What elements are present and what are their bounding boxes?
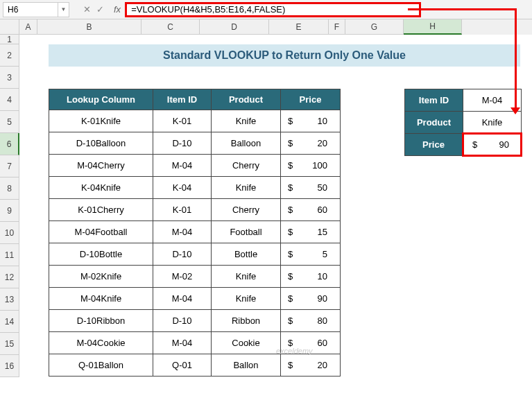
column-header-F[interactable]: F	[329, 19, 345, 35]
row-header-5[interactable]: 5	[0, 111, 19, 133]
cell-item[interactable]: Q-01	[153, 354, 212, 377]
cell-item[interactable]: K-04	[153, 177, 212, 199]
column-header-C[interactable]: C	[141, 19, 200, 35]
cell-item[interactable]: M-04	[153, 221, 212, 243]
column-headers: ABCDEFGH	[0, 19, 532, 35]
cell-product[interactable]: Knife	[212, 266, 281, 288]
cell-product[interactable]: Cherry	[212, 155, 281, 177]
cell-price[interactable]: $60	[281, 199, 341, 221]
fx-icon[interactable]: fx	[114, 4, 121, 15]
cell-product[interactable]: Football	[212, 221, 281, 243]
cell-lookup[interactable]: K-04Knife	[49, 177, 153, 199]
select-all-corner[interactable]	[0, 19, 19, 35]
cell-product[interactable]: Balloon	[212, 132, 281, 155]
lookup-price-label[interactable]: Price	[405, 134, 463, 156]
row-header-1[interactable]: 1	[0, 35, 19, 44]
row-header-11[interactable]: 11	[0, 244, 19, 266]
column-header-A[interactable]: A	[19, 19, 37, 35]
row-header-12[interactable]: 12	[0, 266, 19, 288]
cell-price[interactable]: $50	[281, 177, 341, 199]
cell-price[interactable]: $100	[281, 155, 341, 177]
lookup-product-value[interactable]: Knife	[463, 112, 522, 134]
cell-item[interactable]: M-04	[153, 332, 212, 354]
cell-price[interactable]: $10	[281, 110, 341, 132]
table-header-row: Lookup Column Item ID Product Price	[49, 89, 341, 110]
column-header-D[interactable]: D	[200, 19, 269, 35]
cell-price[interactable]: $15	[281, 221, 341, 243]
cell-price[interactable]: $10	[281, 266, 341, 288]
table-row: Q-01Ballon Q-01 Ballon $20	[49, 354, 341, 377]
cell-product[interactable]: Knife	[212, 288, 281, 310]
spreadsheet-grid: ABCDEFGH 12345678910111213141516 Standar…	[0, 19, 532, 377]
name-box[interactable]: H6	[3, 2, 58, 17]
row-header-13[interactable]: 13	[0, 288, 19, 311]
row-header-15[interactable]: 15	[0, 333, 19, 355]
row-header-8[interactable]: 8	[0, 178, 19, 200]
row-header-16[interactable]: 16	[0, 355, 19, 377]
row-header-14[interactable]: 14	[0, 311, 19, 333]
table-row: M-04Football M-04 Football $15	[49, 221, 341, 243]
cell-lookup[interactable]: M-04Cherry	[49, 155, 153, 177]
row-header-4[interactable]: 4	[0, 89, 19, 111]
cell-product[interactable]: Knife	[212, 177, 281, 199]
cell-lookup[interactable]: K-01Cherry	[49, 199, 153, 221]
lookup-result-box: Item ID M-04 Product Knife Price $ 90	[404, 89, 522, 157]
cell-item[interactable]: D-10	[153, 132, 212, 155]
accept-icon[interactable]: ✓	[96, 4, 104, 15]
cell-product[interactable]: Cookie	[212, 332, 281, 354]
cell-product[interactable]: Ballon	[212, 354, 281, 377]
cell-price[interactable]: $20	[281, 354, 341, 377]
cell-lookup[interactable]: M-02Knife	[49, 266, 153, 288]
table-row: K-04Knife K-04 Knife $50	[49, 177, 341, 199]
cell-price[interactable]: $20	[281, 132, 341, 155]
cancel-icon[interactable]: ✕	[83, 4, 91, 15]
column-header-B[interactable]: B	[37, 19, 141, 35]
row-header-2[interactable]: 2	[0, 44, 19, 67]
cell-item[interactable]: K-01	[153, 199, 212, 221]
cell-product[interactable]: Knife	[212, 110, 281, 132]
lookup-price-result[interactable]: $ 90	[463, 134, 522, 156]
cell-price[interactable]: $90	[281, 288, 341, 310]
lookup-product-label[interactable]: Product	[405, 112, 463, 134]
cell-lookup[interactable]: K-01Knife	[49, 110, 153, 132]
cell-lookup[interactable]: M-04Knife	[49, 288, 153, 310]
cell-item[interactable]: D-10	[153, 310, 212, 332]
row-header-3[interactable]: 3	[0, 67, 19, 89]
name-box-dropdown[interactable]: ▼	[58, 2, 69, 17]
table-row: K-01Knife K-01 Knife $10	[49, 110, 341, 132]
cell-lookup[interactable]: D-10Ribbon	[49, 310, 153, 332]
header-product[interactable]: Product	[212, 89, 281, 110]
cells-area[interactable]: Standard VLOOKUP to Return Only One Valu…	[19, 35, 532, 377]
row-headers: 12345678910111213141516	[0, 35, 19, 377]
cell-item[interactable]: M-02	[153, 266, 212, 288]
cell-product[interactable]: Cherry	[212, 199, 281, 221]
header-price[interactable]: Price	[281, 89, 341, 110]
cell-item[interactable]: M-04	[153, 155, 212, 177]
cell-lookup[interactable]: M-04Cookie	[49, 332, 153, 354]
cell-lookup[interactable]: D-10Bottle	[49, 243, 153, 266]
table-row: M-04Knife M-04 Knife $90	[49, 288, 341, 310]
row-header-7[interactable]: 7	[0, 155, 19, 178]
row-header-6[interactable]: 6	[0, 133, 19, 155]
header-item[interactable]: Item ID	[153, 89, 212, 110]
cell-price[interactable]: $5	[281, 243, 341, 266]
cell-item[interactable]: K-01	[153, 110, 212, 132]
row-header-10[interactable]: 10	[0, 222, 19, 244]
cell-item[interactable]: M-04	[153, 288, 212, 310]
column-header-G[interactable]: G	[345, 19, 404, 35]
cell-lookup[interactable]: M-04Football	[49, 221, 153, 243]
cell-price[interactable]: $80	[281, 310, 341, 332]
column-header-E[interactable]: E	[269, 19, 329, 35]
lookup-item-label[interactable]: Item ID	[405, 89, 463, 112]
cell-lookup[interactable]: D-10Balloon	[49, 132, 153, 155]
table-row: M-04Cherry M-04 Cherry $100	[49, 155, 341, 177]
row-header-9[interactable]: 9	[0, 200, 19, 222]
cell-product[interactable]: Ribbon	[212, 310, 281, 332]
cell-lookup[interactable]: Q-01Ballon	[49, 354, 153, 377]
column-header-H[interactable]: H	[404, 19, 462, 35]
annotation-arrow-v	[515, 8, 517, 111]
cell-item[interactable]: D-10	[153, 243, 212, 266]
header-lookup[interactable]: Lookup Column	[49, 89, 153, 110]
formula-input[interactable]: =VLOOKUP(H4&H5,B5:E16,4,FALSE)	[125, 2, 421, 17]
cell-product[interactable]: Bottle	[212, 243, 281, 266]
